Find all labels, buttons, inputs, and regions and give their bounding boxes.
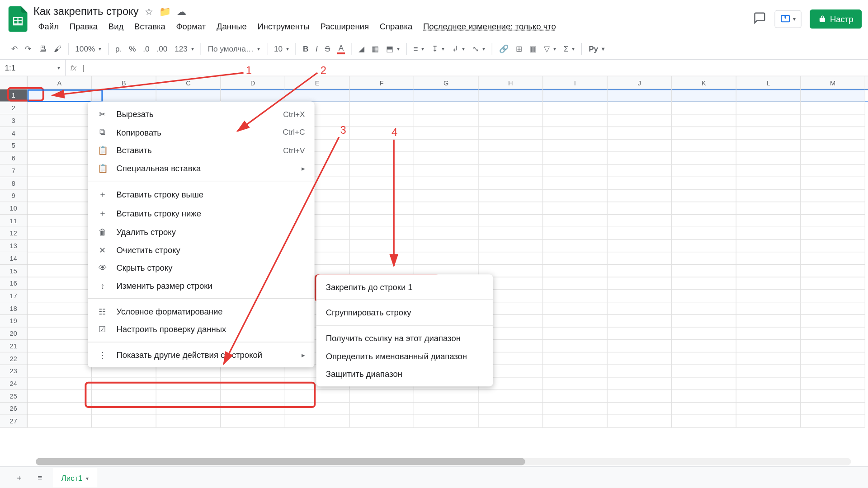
cell[interactable] bbox=[350, 240, 415, 253]
comments-icon[interactable] bbox=[753, 11, 766, 27]
cell[interactable] bbox=[350, 215, 415, 227]
cell[interactable] bbox=[736, 252, 801, 265]
cell[interactable] bbox=[414, 415, 479, 428]
cell[interactable] bbox=[736, 365, 801, 378]
col-header[interactable]: L bbox=[736, 76, 801, 89]
cell[interactable] bbox=[414, 177, 479, 190]
paintformat-button[interactable]: 🖌 bbox=[51, 41, 64, 56]
cell[interactable] bbox=[801, 352, 865, 365]
cell[interactable] bbox=[28, 415, 92, 428]
cell[interactable] bbox=[543, 177, 608, 190]
cell[interactable] bbox=[221, 378, 285, 390]
cell[interactable] bbox=[479, 177, 543, 190]
cell[interactable] bbox=[414, 227, 479, 240]
zoom-dropdown[interactable]: 100% bbox=[72, 41, 105, 56]
cell[interactable] bbox=[672, 140, 736, 152]
cell[interactable] bbox=[414, 164, 479, 177]
menu-help[interactable]: Справка bbox=[375, 20, 417, 33]
row-header[interactable]: 7 bbox=[0, 164, 28, 177]
cell[interactable] bbox=[414, 140, 479, 152]
cell[interactable] bbox=[672, 114, 736, 127]
formula-input[interactable] bbox=[81, 63, 868, 72]
cell[interactable] bbox=[608, 152, 672, 165]
row-header[interactable]: 5 bbox=[0, 140, 28, 152]
increase-decimals[interactable]: .00 bbox=[154, 41, 170, 56]
cell[interactable] bbox=[672, 328, 736, 340]
cell[interactable] bbox=[608, 114, 672, 127]
cell[interactable] bbox=[414, 152, 479, 165]
cell[interactable] bbox=[672, 315, 736, 328]
cell[interactable] bbox=[543, 290, 608, 303]
cell[interactable] bbox=[672, 352, 736, 365]
cell[interactable] bbox=[543, 164, 608, 177]
cell[interactable] bbox=[736, 265, 801, 277]
cell[interactable] bbox=[672, 215, 736, 227]
cell[interactable] bbox=[736, 302, 801, 315]
cell[interactable] bbox=[28, 302, 92, 315]
row-header[interactable]: 25 bbox=[0, 390, 28, 403]
format-percent[interactable]: % bbox=[126, 41, 139, 56]
cell[interactable] bbox=[479, 202, 543, 215]
row-header[interactable]: 27 bbox=[0, 415, 28, 428]
cell[interactable] bbox=[608, 240, 672, 253]
row-header[interactable]: 3 bbox=[0, 114, 28, 127]
cell[interactable] bbox=[801, 164, 865, 177]
cell[interactable] bbox=[608, 403, 672, 415]
cell[interactable] bbox=[608, 252, 672, 265]
select-all-corner[interactable] bbox=[0, 76, 28, 89]
cell[interactable] bbox=[801, 328, 865, 340]
cell[interactable] bbox=[672, 378, 736, 390]
decrease-decimals[interactable]: .0 bbox=[140, 41, 153, 56]
cell[interactable] bbox=[350, 177, 415, 190]
cell[interactable] bbox=[479, 390, 543, 403]
cell[interactable] bbox=[608, 227, 672, 240]
row-header[interactable]: 20 bbox=[0, 328, 28, 340]
ctx-paste-special[interactable]: 📋Специальная вставка bbox=[88, 159, 315, 177]
row-header[interactable]: 11 bbox=[0, 215, 28, 227]
cell[interactable] bbox=[736, 290, 801, 303]
cell[interactable] bbox=[736, 415, 801, 428]
cell[interactable] bbox=[672, 227, 736, 240]
cell[interactable] bbox=[672, 240, 736, 253]
cell[interactable] bbox=[543, 114, 608, 127]
cell[interactable] bbox=[672, 265, 736, 277]
cell[interactable] bbox=[350, 127, 415, 140]
cell[interactable] bbox=[672, 89, 736, 102]
cell[interactable] bbox=[608, 290, 672, 303]
cell[interactable] bbox=[608, 340, 672, 352]
col-header[interactable]: B bbox=[92, 76, 156, 89]
cell[interactable] bbox=[672, 202, 736, 215]
cell[interactable] bbox=[801, 390, 865, 403]
cell[interactable] bbox=[672, 164, 736, 177]
cell[interactable] bbox=[736, 227, 801, 240]
ctx-copy[interactable]: ⧉КопироватьCtrl+C bbox=[88, 123, 315, 141]
cell[interactable] bbox=[414, 390, 479, 403]
cell[interactable] bbox=[672, 127, 736, 140]
cell[interactable] bbox=[543, 127, 608, 140]
present-button[interactable]: ▾ bbox=[774, 10, 801, 28]
cell[interactable] bbox=[28, 328, 92, 340]
cell[interactable] bbox=[736, 89, 801, 102]
star-icon[interactable]: ☆ bbox=[145, 6, 153, 17]
doc-title[interactable]: Как закрепить строку bbox=[33, 5, 139, 18]
row-header[interactable]: 8 bbox=[0, 177, 28, 190]
cell[interactable] bbox=[350, 140, 415, 152]
cell[interactable] bbox=[543, 378, 608, 390]
undo-button[interactable]: ↶ bbox=[8, 41, 21, 56]
cloud-status-icon[interactable]: ☁ bbox=[177, 6, 186, 17]
cell[interactable] bbox=[608, 190, 672, 202]
move-folder-icon[interactable]: 📁 bbox=[159, 6, 171, 17]
sub-group[interactable]: Сгруппировать строку bbox=[316, 304, 493, 322]
cell[interactable] bbox=[156, 403, 221, 415]
row-header[interactable]: 15 bbox=[0, 265, 28, 277]
cell[interactable] bbox=[736, 352, 801, 365]
ctx-data-validation[interactable]: ☑Настроить проверку данных bbox=[88, 320, 315, 338]
cell[interactable] bbox=[736, 114, 801, 127]
cell[interactable] bbox=[414, 102, 479, 115]
cell[interactable] bbox=[543, 403, 608, 415]
cell[interactable] bbox=[801, 290, 865, 303]
menu-format[interactable]: Формат bbox=[171, 20, 211, 33]
cell[interactable] bbox=[479, 403, 543, 415]
font-dropdown[interactable]: По умолча… bbox=[205, 41, 263, 56]
cell[interactable] bbox=[28, 164, 92, 177]
